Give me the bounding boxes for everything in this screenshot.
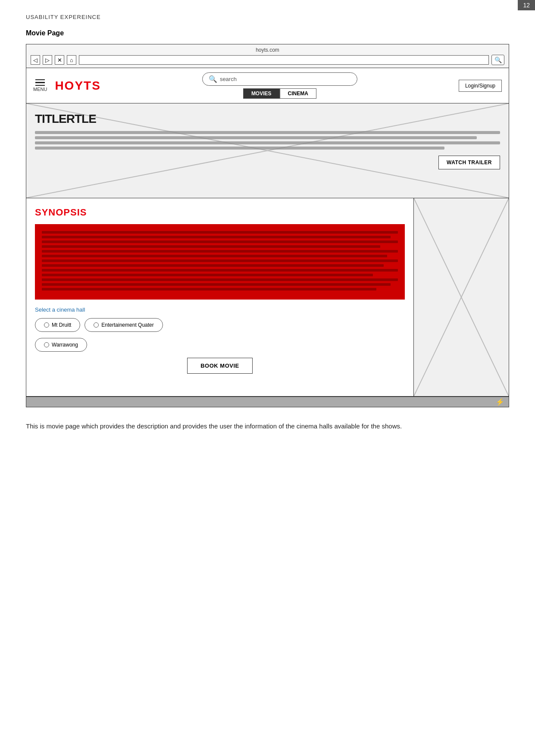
page-description: This is movie page which provides the de… <box>0 407 535 445</box>
watch-trailer-wrapper: WATCH TRAILER <box>35 156 500 169</box>
browser-url: hoyts.com <box>256 47 279 53</box>
radio-entertainment-quarter[interactable] <box>94 322 99 328</box>
browser-controls: ◁ ▷ ✕ ⌂ 🔍 <box>31 55 504 68</box>
nav-center: 🔍 search MOVIES CINEMA <box>107 72 453 99</box>
menu-group[interactable]: MENU <box>33 79 47 92</box>
cinema-option-entertainment-quarter[interactable]: Entertainement Quater <box>84 318 163 332</box>
wireframe-footer: ⚡ <box>26 397 509 407</box>
login-signup-button[interactable]: Login/Signup <box>459 80 502 92</box>
cinema-option-warrawong[interactable]: Warrawong <box>35 338 87 352</box>
page-header: USABILITY EXPEREINCE <box>0 0 535 25</box>
cinema-label-entertainment-quarter: Entertainement Quater <box>101 322 153 328</box>
search-icon: 🔍 <box>494 56 502 63</box>
search-input-label: search <box>220 76 351 82</box>
book-movie-button[interactable]: BOOK MOVIE <box>187 358 253 374</box>
radio-mt-druitt[interactable] <box>44 322 49 328</box>
tab-movies[interactable]: MOVIES <box>243 88 280 99</box>
nav-bar: MENU HOYTS 🔍 search MOVIES CINEMA Login/… <box>26 68 509 103</box>
synopsis-left: SYNOPSIS Select a cinema hall <box>26 198 414 396</box>
section-label: Movie Page <box>0 25 535 44</box>
hamburger-menu-icon[interactable] <box>35 79 45 86</box>
synopsis-section: SYNOPSIS Select a cinema hall <box>26 198 509 397</box>
synopsis-right-image <box>414 198 509 396</box>
browser-forward-button[interactable]: ▷ <box>43 55 52 65</box>
hero-content: TITLERTLE WATCH TRAILER <box>35 112 500 169</box>
browser-address-input[interactable] <box>79 55 489 65</box>
cinema-option-mt-druitt[interactable]: Mt Druitt <box>35 318 80 332</box>
footer-icon: ⚡ <box>496 398 504 406</box>
page-number: 12 <box>518 0 535 10</box>
synopsis-text-block <box>35 224 405 300</box>
browser-close-button[interactable]: ✕ <box>55 55 64 65</box>
brand-logo: HOYTS <box>55 79 100 93</box>
tab-cinema[interactable]: CINEMA <box>280 88 316 99</box>
hero-section: TITLERTLE WATCH TRAILER <box>26 103 509 198</box>
cinema-label-warrawong: Warrawong <box>52 342 78 348</box>
wireframe-container: hoyts.com ◁ ▷ ✕ ⌂ 🔍 MENU HOYTS 🔍 search <box>26 44 509 407</box>
movie-title: TITLERTLE <box>35 112 500 126</box>
radio-warrawong[interactable] <box>44 342 49 347</box>
document-title: USABILITY EXPEREINCE <box>26 14 101 20</box>
browser-home-button[interactable]: ⌂ <box>67 55 76 65</box>
search-box-icon: 🔍 <box>209 75 217 83</box>
cinema-label-mt-druitt: Mt Druitt <box>52 322 71 328</box>
browser-bar: hoyts.com ◁ ▷ ✕ ⌂ 🔍 <box>26 44 509 68</box>
nav-tabs: MOVIES CINEMA <box>243 88 316 99</box>
movie-description <box>35 131 500 150</box>
menu-label: MENU <box>33 87 47 92</box>
watch-trailer-button[interactable]: WATCH TRAILER <box>438 156 500 169</box>
description-text: This is movie page which provides the de… <box>26 422 402 430</box>
synopsis-title: SYNOPSIS <box>35 207 405 218</box>
cinema-options-row2: Warrawong <box>35 338 405 352</box>
browser-search-button[interactable]: 🔍 <box>491 55 504 65</box>
browser-back-button[interactable]: ◁ <box>31 55 40 65</box>
browser-url-row: hoyts.com <box>31 47 504 55</box>
cinema-options: Mt Druitt Entertainement Quater <box>35 318 405 332</box>
cinema-select-label: Select a cinema hall <box>35 306 405 313</box>
search-box[interactable]: 🔍 search <box>202 72 357 86</box>
